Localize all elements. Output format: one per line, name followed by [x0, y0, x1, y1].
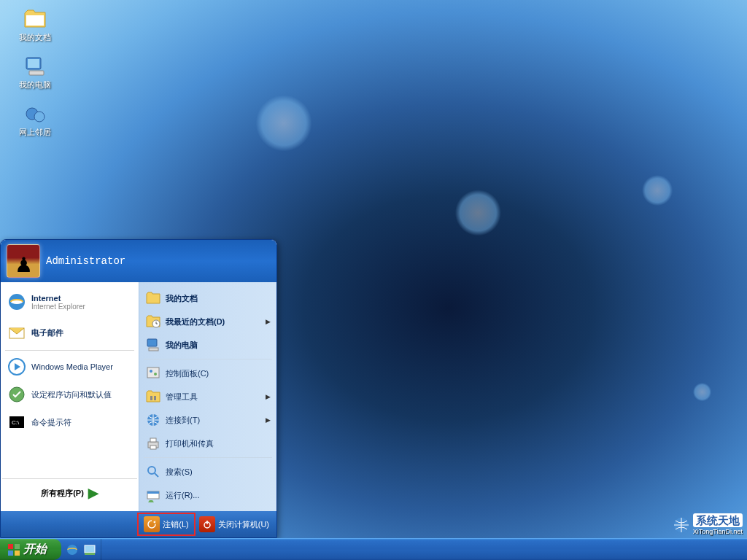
wmp-icon	[7, 357, 27, 377]
ie-icon	[7, 292, 27, 312]
shutdown-label: 关闭计算机(U)	[218, 519, 269, 530]
separator	[144, 457, 272, 458]
start-menu-right-panel: 我的文档 我最近的文档(D) ▶ 我的电脑 控制面板(C)	[139, 282, 276, 511]
taskbar[interactable]: 开始	[0, 538, 747, 560]
item-label: 打印机和传真	[166, 438, 214, 449]
start-menu-header: ♟ Administrator	[1, 240, 276, 282]
control-panel-icon	[145, 365, 161, 381]
item-label: 我的电脑	[166, 340, 198, 351]
folder-icon	[145, 290, 161, 306]
windows-logo-icon	[7, 543, 20, 556]
sm-email[interactable]: 电子邮件	[2, 317, 137, 348]
item-label: 设定程序访问和默认值	[31, 389, 112, 400]
svg-rect-34	[85, 545, 95, 553]
sm-program-defaults[interactable]: 设定程序访问和默认值	[2, 381, 137, 408]
sm-search[interactable]: 搜索(S)	[141, 460, 275, 483]
desktop-icon-grid: 我的文档 我的电脑 网上邻居	[6, 6, 64, 139]
start-menu-left-panel: InternetInternet Explorer 电子邮件 Windows M…	[1, 282, 139, 511]
sm-my-computer[interactable]: 我的电脑	[141, 333, 275, 357]
all-programs-label: 所有程序(P)	[41, 488, 84, 499]
start-button[interactable]: 开始	[0, 539, 61, 560]
svg-rect-2	[29, 71, 44, 75]
submenu-arrow-icon: ▶	[266, 393, 271, 400]
globe-icon	[673, 516, 690, 534]
all-programs[interactable]: 所有程序(P) ▶	[2, 478, 137, 507]
defaults-icon	[7, 384, 27, 405]
sm-cmd[interactable]: C:\ 命令提示符	[2, 408, 137, 436]
play-triangle-icon: ▶	[88, 485, 98, 501]
svg-rect-32	[15, 551, 20, 556]
logoff-icon	[144, 516, 160, 532]
desktop-icon-label: 我的文档	[19, 32, 51, 43]
ql-ie[interactable]	[66, 543, 79, 556]
item-sub: Internet Explorer	[31, 303, 85, 311]
svg-rect-25	[147, 491, 159, 494]
sm-connect[interactable]: 连接到(T) ▶	[141, 408, 275, 432]
sm-control-panel[interactable]: 控制面板(C)	[141, 362, 275, 385]
sm-printers[interactable]: 打印机和传真	[141, 432, 275, 455]
shutdown-icon	[199, 516, 215, 532]
quick-launch	[61, 539, 101, 560]
submenu-arrow-icon: ▶	[266, 318, 271, 325]
svg-rect-17	[150, 396, 152, 400]
connect-icon	[145, 412, 161, 428]
mail-icon	[7, 322, 27, 343]
ql-show-desktop[interactable]	[83, 543, 96, 556]
svg-point-23	[148, 467, 155, 474]
svg-point-33	[67, 545, 77, 555]
watermark-sub: XiTongTianDi.net	[693, 528, 743, 535]
item-label: 搜索(S)	[166, 467, 193, 478]
folder-recent-icon	[145, 314, 161, 330]
username: Administrator	[46, 255, 125, 267]
separator	[144, 359, 272, 359]
user-avatar: ♟	[7, 244, 40, 278]
sm-run[interactable]: 运行(R)...	[141, 483, 275, 507]
svg-rect-31	[8, 551, 13, 556]
computer-icon	[23, 55, 47, 78]
desktop-icon-label: 网上邻居	[19, 127, 51, 138]
sm-admin-tools[interactable]: 管理工具 ▶	[141, 385, 275, 408]
item-label: 连接到(T)	[166, 415, 200, 426]
run-icon	[145, 487, 161, 503]
search-icon	[145, 464, 161, 480]
svg-text:C:\: C:\	[12, 419, 20, 426]
svg-point-15	[150, 370, 152, 373]
svg-rect-29	[8, 544, 13, 549]
folder-icon	[23, 7, 47, 31]
svg-point-16	[154, 373, 157, 376]
network-icon	[23, 102, 47, 125]
logoff-button[interactable]: 注销(L)	[139, 515, 193, 534]
item-label: 我最近的文档(D)	[166, 316, 225, 327]
svg-rect-1	[28, 59, 39, 68]
submenu-arrow-icon: ▶	[266, 416, 271, 424]
cmd-icon: C:\	[7, 412, 27, 432]
item-label: Windows Media Player	[31, 362, 113, 371]
item-label: 我的文档	[166, 293, 198, 304]
svg-rect-21	[150, 438, 156, 442]
watermark: 系统天地 XiTongTianDi.net	[673, 514, 743, 535]
desktop-icon-network[interactable]: 网上邻居	[6, 101, 64, 139]
desktop[interactable]: 我的文档 我的电脑 网上邻居 ♟ Administrator InternetI…	[0, 0, 747, 560]
sm-wmp[interactable]: Windows Media Player	[2, 353, 137, 381]
sm-my-docs[interactable]: 我的文档	[141, 287, 275, 310]
desktop-icon-my-computer[interactable]: 我的电脑	[6, 53, 64, 92]
svg-rect-14	[147, 368, 159, 378]
sm-internet[interactable]: InternetInternet Explorer	[2, 287, 137, 317]
item-label: 管理工具	[166, 392, 198, 402]
item-main: 电子邮件	[31, 327, 63, 338]
svg-rect-22	[150, 446, 156, 449]
computer-icon	[145, 337, 161, 353]
item-main: Internet	[31, 294, 85, 303]
item-label: 运行(R)...	[166, 490, 199, 501]
svg-rect-27	[206, 521, 208, 524]
logoff-label: 注销(L)	[163, 519, 188, 530]
shutdown-button[interactable]: 关闭计算机(U)	[199, 516, 269, 532]
svg-rect-35	[85, 553, 95, 555]
desktop-icon-my-documents[interactable]: 我的文档	[6, 6, 64, 44]
sm-recent-docs[interactable]: 我最近的文档(D) ▶	[141, 310, 275, 333]
svg-rect-12	[147, 339, 157, 346]
svg-point-4	[34, 112, 44, 122]
svg-rect-18	[154, 396, 156, 400]
item-label: 控制面板(C)	[166, 368, 209, 379]
start-menu: ♟ Administrator InternetInternet Explore…	[0, 239, 277, 538]
